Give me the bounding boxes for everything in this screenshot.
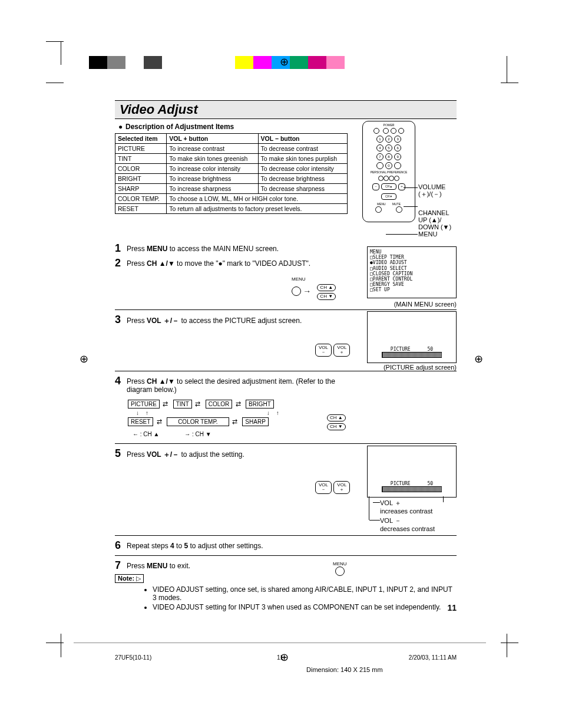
step-6: 6 Repeat steps 4 to 5 to adjust other se… [115, 539, 457, 552]
table-header: VOL − button [258, 134, 347, 144]
page-title: Video Adjust [115, 100, 457, 119]
menu-button-label: MENU [292, 276, 306, 282]
vol-minus-caption: VOL － decreases contrast [380, 516, 457, 532]
crop-mark [61, 634, 61, 657]
gauge-bar [382, 486, 442, 492]
step-number: 3 [115, 314, 127, 326]
dimension-note: Dimension: 140 X 215 mm [306, 666, 383, 673]
step-text: Press MENU to exit. [127, 559, 457, 572]
vol-plus-button: VOL ＋ [333, 481, 350, 494]
diagram-box: PICTURE [128, 400, 160, 409]
menu-button-hint: MENU [333, 561, 347, 576]
table-row: TINTTo make skin tones greenishTo make s… [115, 154, 348, 164]
step-number: 6 [115, 539, 127, 552]
table-header: Selected item [115, 134, 167, 144]
screen-caption: (MAIN MENU screen) [368, 301, 457, 308]
step-number: 4 [115, 375, 127, 394]
legend-left: ← : CH ▲ [133, 431, 159, 437]
table-row: BRIGHTTo increase brightnessTo decrease … [115, 174, 348, 184]
vol-plus-caption: VOL ＋ increases contrast [380, 499, 457, 515]
remote-outline: POWER 1 2 3 4 5 6 7 8 9 [362, 121, 415, 222]
diagram-box: TINT [173, 400, 192, 409]
crop-mark [501, 83, 518, 83]
menu-item: □ENERGY SAVE [370, 282, 454, 287]
diagram-box: COLOR [206, 400, 233, 409]
table-row: COLORTo increase color intensityTo decre… [115, 164, 348, 174]
screen-caption: (PICTURE adjust screen) [368, 364, 457, 371]
diagram-box: BRIGHT [246, 400, 274, 409]
menu-button-icon [292, 286, 301, 296]
step-4: 4 Press CH ▲/▼ to select the desired adj… [115, 375, 457, 394]
picture-adjust-screen: PICTURE 50 [367, 311, 457, 363]
adjustment-items-table: Selected itemVOL + buttonVOL − button PI… [115, 133, 348, 214]
navigation-diagram: PICTURE⇄ TINT⇄ COLOR⇄ BRIGHT ↓ ↑ ↓ ↑ RES… [127, 398, 457, 437]
vol-minus-button: VOL － [315, 344, 332, 357]
divider [115, 443, 457, 444]
table-header: VOL + button [167, 134, 258, 144]
page-content: Video Adjust ● Description of Adjustment… [115, 100, 457, 612]
remote-channel-label: CHANNELUP (▲)/ DOWN (▼) [418, 202, 451, 230]
table-row: SHARPTo increase sharpnessTo decrease sh… [115, 184, 348, 194]
step-text: Repeat steps 4 to 5 to adjust other sett… [127, 539, 457, 552]
step-number: 2 [115, 257, 127, 269]
remote-diagram: POWER 1 2 3 4 5 6 7 8 9 [362, 121, 459, 222]
ch-down-button: CH ▼ [327, 423, 346, 430]
menu-item: □CLOSED CAPTION [370, 271, 454, 276]
step-text: Press CH ▲/▼ to select the desired adjus… [127, 375, 351, 394]
vol-plus-button: VOL ＋ [333, 344, 350, 357]
steps-section: 1 Press MENU to access the MAIN MENU scr… [115, 242, 457, 611]
table-row: COLOR TEMP.To choose a LOW, ML, MH or HI… [115, 194, 348, 204]
menu-item: ●VIDEO ADJUST [370, 260, 454, 265]
footer-left: 27UF5(10-11) [115, 654, 151, 661]
legend-right: → : CH ▼ [184, 431, 211, 437]
page-number: 11 [447, 603, 457, 612]
menu-item: □SET UP [370, 287, 454, 292]
vol-minus-button: VOL － [315, 481, 332, 494]
button-hint-row: CH ▲ CH ▼ [327, 413, 346, 430]
color-registration-bar [71, 56, 363, 69]
menu-item: □AUDIO SELECT [370, 266, 454, 271]
diagram-box: RESET [128, 417, 153, 426]
step-7: 7 Press MENU to exit. [115, 559, 457, 572]
arrow-right-icon: → [303, 286, 311, 296]
note-item: VIDEO ADJUST setting for INPUT 3 when us… [153, 603, 457, 611]
step-number: 7 [115, 559, 127, 572]
divider [115, 555, 457, 556]
remote-volume-label: VOLUME(＋)/(－) [418, 183, 445, 197]
registration-mark-icon: ⊕ [280, 651, 289, 664]
crop-mark [46, 83, 64, 83]
crop-mark [501, 643, 518, 643]
table-row: RESETTo return all adjustments to factor… [115, 204, 348, 214]
registration-mark-icon: ⊕ [80, 353, 88, 365]
divider [115, 309, 457, 310]
divider [115, 371, 457, 371]
gauge-bar [382, 352, 442, 358]
remote-menu-label: MENU [418, 230, 437, 238]
step-number: 1 [115, 242, 127, 255]
diagram-box: SHARP [242, 417, 268, 426]
registration-mark-icon: ⊕ [280, 55, 289, 68]
note-label: Note: ▷ [115, 574, 144, 583]
diagram-box: COLOR TEMP. [167, 417, 229, 426]
main-menu-screen: MENU □SLEEP TIMER●VIDEO ADJUST□AUDIO SEL… [367, 246, 457, 298]
note-list: VIDEO ADJUST setting, once set, is share… [129, 585, 457, 611]
ch-down-button: CH ▼ [317, 293, 336, 300]
ch-up-button: CH ▲ [317, 284, 336, 291]
menu-button-icon [335, 566, 345, 576]
bullet-icon: ● [118, 123, 123, 131]
crop-mark [507, 56, 507, 83]
picture-adjust-screen-2: PICTURE 50 [367, 446, 457, 498]
registration-mark-icon: ⊕ [474, 353, 483, 365]
ch-up-button: CH ▲ [327, 414, 346, 421]
table-row: PICTURETo increase contrastTo decrease c… [115, 144, 348, 154]
divider [115, 535, 457, 536]
note-section: Note: ▷ VIDEO ADJUST setting, once set, … [115, 574, 457, 611]
note-item: VIDEO ADJUST setting, once set, is share… [153, 585, 457, 602]
crop-mark [61, 41, 61, 65]
menu-item: □PARENT CONTROL [370, 276, 454, 282]
menu-items-list: MENU □SLEEP TIMER●VIDEO ADJUST□AUDIO SEL… [368, 247, 456, 295]
step-number: 5 [115, 447, 127, 460]
menu-item: □SLEEP TIMER [370, 255, 454, 260]
footer-right: 2/20/03, 11:11 AM [409, 654, 457, 661]
crop-mark [507, 634, 507, 657]
